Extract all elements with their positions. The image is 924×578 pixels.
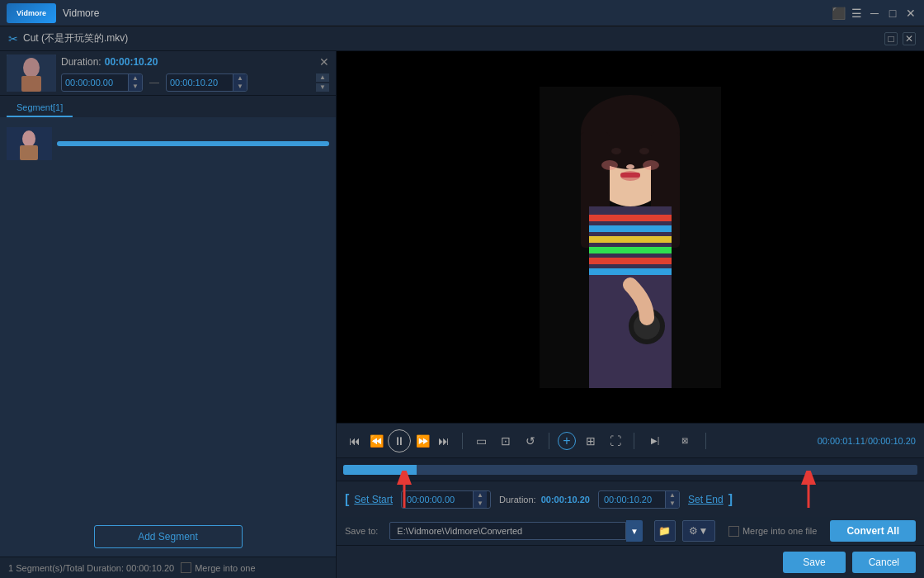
add-segment-button[interactable]: Add Segment: [94, 525, 243, 548]
total-time: 00:00:10.20: [868, 436, 916, 446]
svg-rect-23: [589, 268, 672, 275]
window-controls: ⬛ ☰ ─ □ ✕: [832, 7, 917, 20]
start-bracket[interactable]: [: [345, 492, 349, 507]
cut-end-up[interactable]: ▲: [666, 491, 679, 500]
title-bar: Vidmore Vidmore ⬛ ☰ ─ □ ✕: [0, 0, 924, 26]
segment-nav-down[interactable]: ▼: [316, 83, 329, 92]
menu-btn[interactable]: ☰: [850, 7, 863, 20]
fullscreen-btn[interactable]: ⛶: [606, 431, 625, 451]
rotate-btn[interactable]: ↺: [521, 431, 540, 451]
segment-thumb: [7, 127, 52, 160]
video-area: [337, 51, 924, 423]
end-time-group: ▲ ▼: [166, 73, 248, 92]
end-time-down[interactable]: ▼: [233, 83, 247, 91]
right-bottom: Save to: ▼ 📁 ⚙▼ Merge into one file Conv…: [337, 517, 924, 578]
minimize-btn[interactable]: ─: [868, 7, 881, 20]
duration-label: Duration:: [61, 56, 101, 68]
maximize-btn[interactable]: □: [886, 7, 899, 20]
segment-tab-1[interactable]: Segment[1]: [7, 99, 73, 117]
end-time-input[interactable]: [167, 75, 233, 90]
svg-point-5: [22, 130, 35, 147]
close-btn[interactable]: ✕: [904, 7, 917, 20]
svg-rect-6: [20, 145, 38, 160]
set-end-btn[interactable]: Set End: [688, 494, 724, 505]
player-time: 00:00:01.11/00:00:10.20: [818, 436, 916, 446]
svg-rect-17: [589, 206, 672, 388]
current-time: 00:00:01.11: [818, 436, 865, 446]
set-start-btn[interactable]: Set Start: [354, 494, 393, 505]
folder-icon-btn[interactable]: 📁: [654, 520, 676, 542]
cut-end-input-group: ▲ ▼: [598, 490, 680, 509]
segment-close-btn[interactable]: ✕: [319, 55, 329, 69]
save-path-container: ▼: [389, 520, 643, 542]
right-panel: ⏮ ⏪ ⏸ ⏩ ⏭ ▭ ⊡ ↺ + ⊞ ⛶ ▶| ⊠ 00:00:01.11/0…: [337, 51, 924, 578]
end-time-up[interactable]: ▲: [233, 74, 247, 83]
end-bracket[interactable]: ]: [728, 492, 733, 507]
cut-start-input[interactable]: [402, 492, 476, 507]
timeline-bar[interactable]: [343, 465, 917, 475]
thumb-container: Duration: 00:00:10.20 ✕ ▲ ▼ —: [0, 51, 336, 96]
svg-point-12: [611, 148, 621, 154]
svg-rect-3: [7, 54, 56, 92]
video-frame: [540, 87, 721, 388]
svg-rect-21: [589, 247, 672, 253]
sub-close-btn[interactable]: ✕: [903, 32, 916, 45]
cut-controls: [ Set Start ▲ ▼ Duration: 00:00:10.20 ▲ …: [337, 481, 924, 517]
add-segment-area: Add Segment: [0, 517, 336, 557]
skip-end-btn[interactable]: ⏭: [434, 431, 454, 451]
split-btn[interactable]: ⊞: [581, 431, 601, 451]
aspect-btn2[interactable]: ⊠: [672, 431, 697, 451]
save-path-input[interactable]: [389, 522, 626, 540]
start-time-up[interactable]: ▲: [129, 74, 142, 83]
sub-maximize-btn[interactable]: □: [884, 32, 898, 45]
save-path-dropdown-btn[interactable]: ▼: [626, 520, 643, 542]
convert-all-button[interactable]: Convert All: [830, 520, 916, 542]
merge-checkbox[interactable]: [181, 562, 191, 573]
cut-start-down[interactable]: ▼: [474, 500, 487, 508]
app-title: Vidmore: [63, 7, 832, 19]
svg-rect-19: [589, 225, 672, 232]
next-frame-btn[interactable]: ⏩: [412, 431, 432, 451]
segment-nav: ▲ ▼: [316, 73, 329, 92]
segment-item-1: [7, 124, 329, 163]
cut-end-spinners: ▲ ▼: [665, 491, 679, 508]
save-button[interactable]: Save: [783, 552, 845, 573]
player-controls: ⏮ ⏪ ⏸ ⏩ ⏭ ▭ ⊡ ↺ + ⊞ ⛶ ▶| ⊠ 00:00:01.11/0…: [337, 423, 924, 457]
sub-title-bar: ✂ Cut (不是开玩笑的.mkv) □ ✕: [0, 26, 924, 51]
skip-start-btn[interactable]: ⏮: [345, 431, 365, 451]
timeline-handle[interactable]: [408, 465, 417, 475]
merge-one-file-group: Merge into one file: [728, 526, 818, 537]
timeline-area: [337, 457, 924, 481]
control-divider-1: [462, 433, 463, 449]
monitor-btn[interactable]: ⬛: [832, 7, 845, 20]
start-time-input[interactable]: [62, 75, 128, 90]
svg-point-27: [643, 160, 659, 170]
cancel-button[interactable]: Cancel: [852, 552, 916, 573]
merge-label: Merge into one: [195, 563, 255, 573]
prev-frame-btn[interactable]: ⏪: [366, 431, 386, 451]
cut-end-input[interactable]: [599, 492, 665, 507]
svg-point-16: [626, 164, 634, 169]
cut-duration-value: 00:00:10.20: [541, 495, 590, 505]
playback-speed-btn[interactable]: ▶|: [643, 431, 667, 451]
start-time-down[interactable]: ▼: [129, 83, 142, 91]
start-time-spinners: ▲ ▼: [128, 74, 142, 91]
time-separator: —: [146, 77, 163, 88]
crop-btn[interactable]: ⊡: [496, 431, 516, 451]
aspect-ratio-btn[interactable]: ▭: [471, 431, 491, 451]
svg-rect-20: [589, 236, 672, 243]
duration-container: Duration: 00:00:10.20 ✕ ▲ ▼ —: [61, 55, 329, 92]
action-buttons-row: Save Cancel: [337, 545, 924, 578]
sub-window-controls: □ ✕: [884, 32, 916, 45]
play-pause-btn[interactable]: ⏸: [388, 429, 411, 452]
cut-start-up[interactable]: ▲: [474, 491, 487, 500]
segment-nav-up[interactable]: ▲: [316, 73, 329, 82]
cut-end-down[interactable]: ▼: [666, 500, 679, 508]
cut-icon: ✂: [8, 32, 18, 45]
cut-duration-label: Duration:: [499, 495, 536, 505]
merge-one-file-checkbox[interactable]: [728, 526, 739, 537]
time-range-row: ▲ ▼ — ▲ ▼ ▲ ▼: [61, 73, 329, 92]
settings-icon-btn[interactable]: ⚙▼: [682, 520, 715, 542]
add-segment-ctrl-btn[interactable]: +: [558, 432, 576, 450]
playback-controls: ⏮ ⏪ ⏸ ⏩ ⏭: [345, 429, 454, 452]
